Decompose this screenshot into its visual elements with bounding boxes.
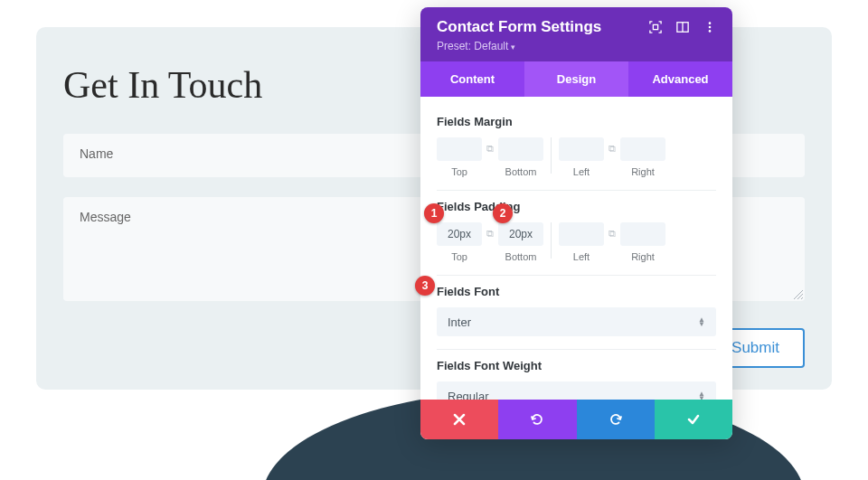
padding-left-input[interactable] <box>559 222 604 246</box>
fields-font-weight-value: Regular <box>448 390 489 400</box>
select-arrows-icon: ▲▼ <box>698 391 705 400</box>
fields-margin-label: Fields Margin <box>437 115 716 128</box>
link-icon[interactable]: ⧉ <box>482 143 498 155</box>
panel-footer <box>420 400 732 439</box>
margin-bottom-input[interactable] <box>498 137 543 161</box>
redo-button[interactable] <box>577 400 655 439</box>
panel-body: Fields Margin Top ⧉ Bottom <box>420 97 732 400</box>
panel-tabs: Content Design Advanced <box>420 61 732 97</box>
redo-icon <box>609 412 623 427</box>
callout-3: 3 <box>415 276 435 296</box>
padding-right-label: Right <box>620 251 665 262</box>
padding-bottom-label: Bottom <box>498 251 543 262</box>
fields-padding-label: Fields Padding <box>437 200 716 213</box>
margin-bottom-label: Bottom <box>498 166 543 177</box>
padding-bottom-input[interactable]: 20px <box>498 222 543 246</box>
link-icon[interactable]: ⧉ <box>604 228 620 240</box>
close-icon <box>452 412 467 427</box>
undo-icon <box>530 412 544 427</box>
expand-icon[interactable] <box>649 21 662 33</box>
kebab-menu-icon[interactable] <box>703 21 716 33</box>
link-icon[interactable]: ⧉ <box>482 228 498 240</box>
fields-font-weight-select[interactable]: Regular ▲▼ <box>437 381 716 400</box>
margin-top-label: Top <box>437 166 482 177</box>
link-icon[interactable]: ⧉ <box>604 143 620 155</box>
padding-top-label: Top <box>437 251 482 262</box>
svg-point-5 <box>709 30 712 33</box>
name-placeholder: Name <box>80 146 113 161</box>
select-arrows-icon: ▲▼ <box>698 317 705 326</box>
svg-rect-0 <box>653 24 657 29</box>
padding-top-input[interactable]: 20px <box>437 222 482 246</box>
fields-font-label: Fields Font <box>437 285 716 298</box>
panel-title: Contact Form Settings <box>437 18 601 36</box>
panel-header[interactable]: Contact Form Settings Preset: Default <box>420 7 732 61</box>
preset-dropdown[interactable]: Preset: Default <box>437 40 716 52</box>
settings-panel: Contact Form Settings Preset: Default Co… <box>420 7 732 439</box>
callout-2: 2 <box>493 203 513 223</box>
cancel-button[interactable] <box>420 400 498 439</box>
tab-advanced[interactable]: Advanced <box>628 61 732 97</box>
padding-left-label: Left <box>559 251 604 262</box>
padding-right-input[interactable] <box>620 222 665 246</box>
svg-point-3 <box>709 22 712 24</box>
margin-right-input[interactable] <box>620 137 665 161</box>
margin-left-input[interactable] <box>559 137 604 161</box>
svg-point-4 <box>709 26 712 29</box>
tab-content[interactable]: Content <box>420 61 524 97</box>
save-button[interactable] <box>655 400 732 439</box>
message-placeholder: Message <box>80 210 131 224</box>
margin-top-input[interactable] <box>437 137 482 161</box>
resize-handle-icon[interactable] <box>794 290 803 299</box>
undo-button[interactable] <box>498 400 576 439</box>
fields-font-value: Inter <box>448 315 471 329</box>
margin-left-label: Left <box>559 166 604 177</box>
divider <box>551 137 552 174</box>
fields-font-select[interactable]: Inter ▲▼ <box>437 307 716 336</box>
margin-right-label: Right <box>620 166 665 177</box>
columns-icon[interactable] <box>676 21 689 33</box>
tab-design[interactable]: Design <box>524 61 628 97</box>
divider <box>551 222 552 259</box>
fields-font-weight-label: Fields Font Weight <box>437 359 716 372</box>
callout-1: 1 <box>424 203 444 223</box>
check-icon <box>686 412 701 427</box>
